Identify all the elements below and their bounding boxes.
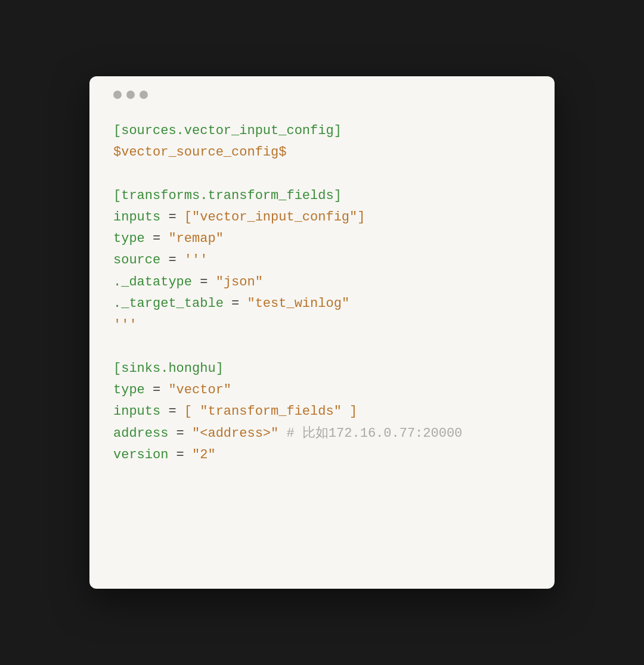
sinks-version-key: version [113, 448, 168, 462]
sinks-inputs-val: [ "transform_fields" ] [184, 404, 357, 419]
source-key: source [113, 253, 160, 268]
sinks-address-line: address = "<address>" # 比如172.16.0.77:20… [113, 423, 531, 445]
sinks-inputs-eq: = [160, 404, 184, 419]
source-val: ''' [184, 253, 208, 268]
sinks-header-text: [sinks.honghu] [113, 361, 224, 376]
transforms-type-line: type = "remap" [113, 228, 531, 250]
titlebar [113, 91, 531, 99]
target-val: "test_winlog" [247, 296, 349, 311]
sinks-address-val: "<address>" [192, 426, 278, 441]
inputs-eq: = [160, 210, 184, 225]
transforms-header: [transforms.transform_fields] [113, 185, 531, 207]
sinks-type-key: type [113, 383, 145, 397]
transforms-datatype-line: ._datatype = "json" [113, 272, 531, 293]
transforms-source-line: source = ''' [113, 250, 531, 271]
close-button[interactable] [113, 91, 122, 99]
transforms-header-text: [transforms.transform_fields] [113, 188, 342, 203]
minimize-button[interactable] [126, 91, 135, 99]
sources-header-text: [sources.vector_input_config] [113, 123, 342, 138]
inputs-val: ["vector_input_config"] [184, 210, 366, 225]
sinks-version-eq: = [168, 448, 192, 462]
transforms-section: [transforms.transform_fields] inputs = [… [113, 185, 531, 337]
sinks-version-line: version = "2" [113, 445, 531, 466]
maximize-button[interactable] [140, 91, 148, 99]
sinks-inputs-line: inputs = [ "transform_fields" ] [113, 401, 531, 422]
type-val: "remap" [168, 231, 223, 246]
transforms-target-line: ._target_table = "test_winlog" [113, 293, 531, 315]
sinks-inputs-key: inputs [113, 404, 160, 419]
target-eq: = [224, 296, 247, 311]
sources-header: [sources.vector_input_config] [113, 120, 531, 142]
datatype-eq: = [192, 275, 216, 290]
transforms-close-line: ''' [113, 315, 531, 336]
datatype-val: "json" [216, 275, 263, 290]
sinks-type-line: type = "vector" [113, 380, 531, 401]
sinks-version-val: "2" [192, 448, 216, 462]
type-eq: = [145, 231, 169, 246]
sinks-type-eq: = [145, 383, 169, 397]
source-eq: = [160, 253, 184, 268]
sinks-type-val: "vector" [168, 383, 231, 397]
type-key: type [113, 231, 145, 246]
close-triple-quote: ''' [113, 318, 137, 332]
sinks-header: [sinks.honghu] [113, 358, 531, 380]
sinks-section: [sinks.honghu] type = "vector" inputs = … [113, 358, 531, 466]
transforms-inputs-line: inputs = ["vector_input_config"] [113, 207, 531, 228]
terminal-window: [sources.vector_input_config] $vector_so… [89, 76, 555, 589]
sinks-address-eq: = [168, 426, 192, 441]
target-key: ._target_table [113, 296, 224, 311]
datatype-key: ._datatype [113, 275, 192, 290]
sources-section: [sources.vector_input_config] $vector_so… [113, 120, 531, 164]
sources-config-value: $vector_source_config$ [113, 145, 286, 160]
inputs-key: inputs [113, 210, 160, 225]
sinks-address-comment: # 比如172.16.0.77:20000 [278, 426, 462, 441]
sources-value: $vector_source_config$ [113, 142, 531, 163]
code-content: [sources.vector_input_config] $vector_so… [113, 120, 531, 466]
sinks-address-key: address [113, 426, 168, 441]
